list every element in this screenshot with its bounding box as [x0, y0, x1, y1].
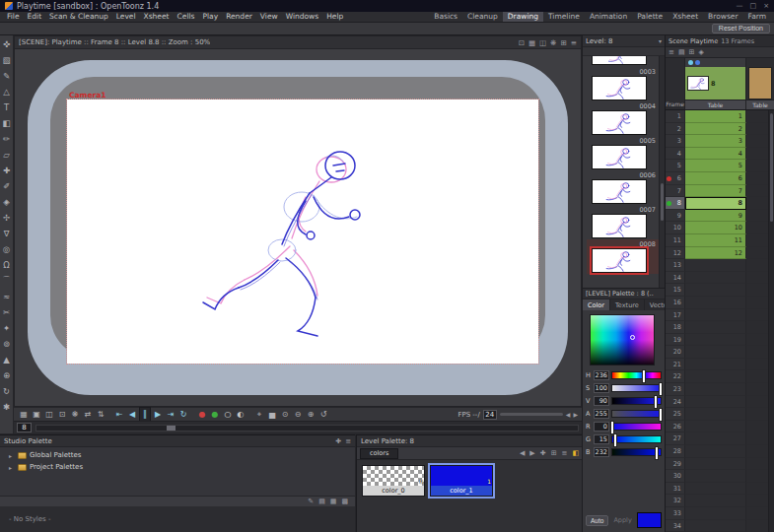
drawing-cell[interactable] — [685, 370, 746, 383]
freeze-button[interactable]: ❋ — [69, 408, 81, 421]
drawing-cell[interactable] — [685, 408, 746, 421]
channel-value-S[interactable]: 100 — [594, 383, 609, 393]
frame-number-cell[interactable]: 20 — [666, 346, 685, 359]
auto-apply-button[interactable]: Auto — [586, 515, 608, 526]
menu-render[interactable]: Render — [222, 12, 256, 22]
frame-number-cell[interactable]: 18 — [666, 321, 685, 334]
animate-tool[interactable]: ✜ — [0, 36, 13, 52]
brush-tool[interactable]: ✎ — [0, 68, 13, 84]
drawing-cell[interactable]: 1 — [685, 110, 746, 123]
channel-bar-H[interactable] — [611, 371, 662, 379]
frame-number-cell[interactable]: 23 — [666, 383, 685, 396]
drawing-cell[interactable] — [685, 432, 746, 445]
edit-style-icon[interactable]: ✎ — [308, 498, 314, 505]
viewer-canvas[interactable]: Camera1 — [15, 49, 581, 406]
menu-help[interactable]: Help — [322, 12, 347, 22]
xsheet-menu-icon[interactable]: ≡ — [668, 48, 674, 56]
drawing-cell[interactable] — [685, 421, 746, 433]
level-strip-frame-0003[interactable]: 0003 — [587, 67, 659, 101]
tree-item-global-palettes[interactable]: ▸ Global Palettes — [0, 449, 355, 461]
drawing-cell[interactable] — [685, 495, 746, 507]
frame-number-cell[interactable]: 6 — [666, 172, 685, 185]
menu-windows[interactable]: Windows — [282, 12, 322, 22]
column-parent-handle[interactable]: Table — [685, 100, 745, 109]
locator-button[interactable]: ⌖ — [253, 408, 265, 421]
first-frame-button[interactable]: ⇤ — [113, 408, 125, 421]
frame-number-cell[interactable]: 17 — [666, 309, 685, 322]
drawing-cell[interactable]: 11 — [685, 234, 746, 247]
fps-value-field[interactable]: 24 — [483, 410, 497, 420]
reset-position-button[interactable]: Reset Position — [712, 24, 770, 33]
drawing-cell[interactable]: 4 — [685, 148, 746, 161]
frame-number-cell[interactable]: 7 — [666, 185, 685, 198]
matte-channel-button[interactable]: ○ — [222, 408, 234, 421]
camera-view-button[interactable]: ⊡ — [56, 408, 68, 421]
frame-number-cell[interactable]: 31 — [666, 483, 685, 496]
next-page-icon[interactable]: ▶ — [529, 449, 534, 457]
small-thumbs-icon[interactable]: ▦ — [330, 498, 337, 505]
xsheet-row-6[interactable]: 66 — [666, 172, 774, 185]
bender-tool[interactable]: ⌒ — [0, 273, 13, 289]
frame-number-cell[interactable]: 3 — [666, 135, 685, 148]
view-mode-icon[interactable]: ◫ — [539, 38, 546, 47]
xsheet-row-33[interactable]: 33 — [666, 507, 774, 520]
studio-palette-menu-icon[interactable]: ≡ — [345, 437, 351, 445]
frame-number-cell[interactable]: 25 — [666, 408, 685, 421]
drawing-cell[interactable]: 5 — [685, 160, 746, 172]
red-channel-button[interactable]: ● — [196, 408, 208, 421]
frame-number-cell[interactable]: 2 — [666, 123, 685, 136]
level-strip-frame-0006[interactable]: 0006 — [587, 170, 659, 205]
scrollbar-thumb[interactable] — [770, 113, 773, 222]
xsheet-row-4[interactable]: 44 — [666, 148, 774, 161]
frame-number-cell[interactable]: 5 — [666, 160, 685, 172]
minimize-button[interactable]: — — [737, 2, 743, 10]
frame-number-cell[interactable]: 4 — [666, 148, 685, 161]
frame-number-cell[interactable]: 14 — [666, 272, 685, 285]
frame-number-cell[interactable]: 30 — [666, 470, 685, 483]
xsheet-row-12[interactable]: 1212 — [666, 247, 774, 260]
slider-marker[interactable] — [656, 447, 658, 459]
frame-number-cell[interactable]: 19 — [666, 334, 685, 347]
xsheet-row-9[interactable]: 99 — [666, 210, 774, 223]
xsheet-row-14[interactable]: 14 — [666, 272, 774, 285]
frame-number-cell[interactable]: 10 — [666, 222, 685, 234]
tape-tool[interactable]: ✚ — [0, 163, 13, 178]
rgb-picker-tool[interactable]: ◈ — [0, 194, 13, 210]
room-tab-drawing[interactable]: Drawing — [503, 12, 543, 22]
level-strip-frame-0004[interactable]: 0004 — [587, 101, 659, 136]
channel-bar-A[interactable] — [611, 410, 662, 418]
style-editor-tab[interactable]: Color — [583, 299, 610, 310]
pump-tool[interactable]: ◎ — [0, 241, 13, 257]
slider-marker[interactable] — [611, 422, 613, 433]
fps-slider[interactable] — [500, 413, 563, 416]
column-2-header[interactable]: Table — [746, 58, 774, 109]
apply-button[interactable]: Apply — [611, 516, 633, 524]
prev-page-icon[interactable]: ◀ — [520, 449, 525, 457]
geometric-tool[interactable]: △ — [0, 84, 13, 100]
xsheet-row-31[interactable]: 31 — [666, 483, 774, 496]
xsheet-row-18[interactable]: 18 — [666, 321, 774, 334]
camera-box[interactable] — [67, 100, 538, 364]
channel-value-A[interactable]: 255 — [594, 409, 609, 419]
frame-number-cell[interactable]: 15 — [666, 284, 685, 297]
channel-bar-S[interactable] — [611, 384, 662, 392]
xsheet-row-2[interactable]: 22 — [666, 123, 774, 136]
xsheet-row-10[interactable]: 1010 — [666, 222, 774, 234]
frame-number-cell[interactable]: 16 — [666, 297, 685, 309]
drawing-cell[interactable] — [685, 507, 746, 520]
name-view-icon[interactable]: ▤ — [318, 498, 325, 505]
green-channel-button[interactable]: ● — [209, 408, 221, 421]
hook-tool[interactable]: ⊚ — [0, 336, 13, 352]
xsheet-row-15[interactable]: 15 — [666, 284, 774, 297]
xsheet-row-13[interactable]: 13 — [666, 259, 774, 272]
frame-number-cell[interactable]: 24 — [666, 396, 685, 409]
scrollbar-thumb[interactable] — [661, 183, 664, 221]
table-view-button[interactable]: ▦ — [18, 408, 30, 421]
xsheet-row-1[interactable]: 11 — [666, 110, 774, 123]
control-point-editor-tool[interactable]: ✢ — [0, 210, 13, 226]
drawing-cell[interactable] — [685, 334, 746, 347]
zoom-tool[interactable]: ⊕ — [0, 367, 13, 383]
frame-number-cell[interactable]: 28 — [666, 445, 685, 458]
frame-number-cell[interactable]: 29 — [666, 458, 685, 471]
room-tab-basics[interactable]: Basics — [429, 12, 462, 22]
